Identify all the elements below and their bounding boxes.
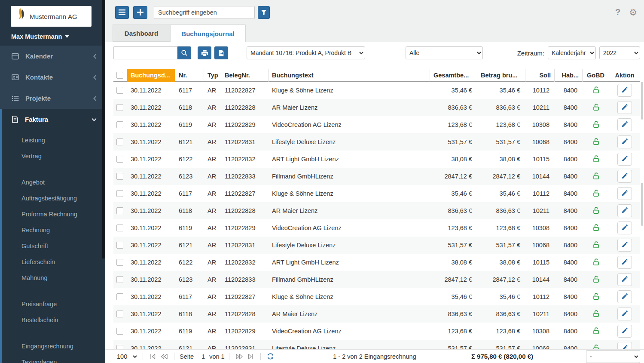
- sidebar-item-kontakte[interactable]: Kontakte: [0, 67, 105, 88]
- sidebar-subitem[interactable]: Lieferschein: [2, 254, 105, 270]
- edit-button[interactable]: [617, 153, 632, 166]
- unlocked-icon[interactable]: [593, 258, 599, 266]
- unlocked-icon[interactable]: [593, 138, 599, 145]
- unlocked-icon[interactable]: [593, 189, 599, 197]
- unlocked-icon[interactable]: [593, 224, 599, 231]
- unlocked-icon[interactable]: [593, 120, 599, 128]
- select-all-checkbox[interactable]: [116, 72, 123, 79]
- print-button[interactable]: [198, 46, 211, 59]
- row-checkbox[interactable]: [116, 207, 123, 214]
- column-header-belegnr[interactable]: BelegNr.: [221, 69, 269, 82]
- edit-button[interactable]: [617, 187, 632, 200]
- unlocked-icon[interactable]: [593, 275, 599, 283]
- table-search-input[interactable]: [113, 46, 177, 59]
- sidebar-item-faktura[interactable]: Faktura: [2, 109, 105, 130]
- row-checkbox[interactable]: [116, 190, 123, 197]
- sidebar-subitem[interactable]: Proforma Rechnung: [2, 206, 105, 222]
- add-button[interactable]: [133, 6, 147, 19]
- row-checkbox[interactable]: [116, 345, 123, 349]
- edit-button[interactable]: [617, 204, 632, 217]
- unlocked-icon[interactable]: [593, 172, 599, 180]
- zeitraum-type-select[interactable]: Kalenderjahr: [548, 46, 596, 59]
- sidebar-subitem[interactable]: Preisanfrage: [2, 296, 105, 312]
- row-checkbox[interactable]: [116, 293, 123, 300]
- sidebar-item-projekte[interactable]: Projekte: [0, 88, 105, 109]
- help-icon[interactable]: ?: [615, 7, 620, 17]
- row-checkbox[interactable]: [116, 156, 123, 163]
- row-checkbox[interactable]: [116, 311, 123, 317]
- row-checkbox[interactable]: [116, 138, 123, 145]
- sidebar-subitem[interactable]: Textvorlagen: [2, 354, 105, 363]
- edit-button[interactable]: [617, 135, 632, 148]
- sidebar-subitem[interactable]: Gutschrift: [2, 238, 105, 254]
- row-checkbox[interactable]: [116, 121, 123, 128]
- unlocked-icon[interactable]: [593, 206, 599, 214]
- current-page[interactable]: 1: [201, 353, 205, 360]
- sidebar-scrollbar[interactable]: [102, 0, 105, 258]
- sidebar-subitem[interactable]: Angebot: [2, 175, 105, 191]
- tab-dashboard[interactable]: Dashboard: [113, 25, 170, 42]
- unlocked-icon[interactable]: [593, 103, 599, 111]
- menu-button[interactable]: [115, 6, 129, 19]
- column-header-gesamtbetrag[interactable]: Gesamtbe...: [430, 69, 477, 82]
- filter-button[interactable]: [258, 6, 270, 19]
- export-button[interactable]: [214, 46, 228, 59]
- edit-button[interactable]: [617, 290, 632, 303]
- unlocked-icon[interactable]: [593, 292, 599, 300]
- row-checkbox[interactable]: [116, 242, 123, 249]
- sidebar-subitem[interactable]: Mahnung: [2, 270, 105, 286]
- gear-icon[interactable]: ⚙: [629, 8, 637, 17]
- row-checkbox[interactable]: [116, 276, 123, 283]
- column-header-typ[interactable]: Typ: [204, 69, 221, 82]
- sidebar-subitem[interactable]: Rechnung: [2, 222, 105, 238]
- edit-button[interactable]: [617, 170, 632, 183]
- unlocked-icon[interactable]: [593, 155, 599, 163]
- unlocked-icon[interactable]: [593, 327, 599, 335]
- row-checkbox[interactable]: [116, 87, 123, 94]
- first-page-button[interactable]: [147, 352, 159, 361]
- row-checkbox[interactable]: [116, 104, 123, 111]
- edit-button[interactable]: [617, 118, 632, 131]
- row-checkbox[interactable]: [116, 173, 123, 180]
- column-header-nr[interactable]: Nr.: [175, 69, 204, 82]
- scrollbar-thumb[interactable]: [641, 183, 643, 226]
- column-header-soll[interactable]: Soll: [525, 69, 555, 82]
- row-checkbox[interactable]: [116, 259, 123, 266]
- extra-action-select[interactable]: -: [586, 350, 640, 363]
- sidebar-item-kalender[interactable]: Kalender: [0, 46, 105, 67]
- user-menu[interactable]: Max Mustermann: [0, 27, 105, 46]
- scrollbar-thumb[interactable]: [641, 82, 643, 120]
- edit-button[interactable]: [617, 239, 632, 252]
- page-size-select[interactable]: 100: [113, 350, 138, 363]
- edit-button[interactable]: [617, 84, 632, 97]
- global-search-input[interactable]: [154, 6, 255, 19]
- unlocked-icon[interactable]: [593, 310, 599, 317]
- sidebar-subitem[interactable]: Auftragsbestätigung: [2, 191, 105, 206]
- unlocked-icon[interactable]: [593, 344, 599, 350]
- column-header-aktion[interactable]: Aktion: [609, 69, 640, 82]
- edit-button[interactable]: [617, 221, 632, 234]
- prev-page-button[interactable]: [159, 352, 170, 361]
- sidebar-subitem[interactable]: Bestellschein: [2, 312, 105, 328]
- zeitraum-year-select[interactable]: 2022: [599, 46, 640, 59]
- column-header-buchungstext[interactable]: Buchungstext: [269, 69, 430, 82]
- row-checkbox[interactable]: [116, 328, 123, 335]
- column-header-haben[interactable]: Hab...: [555, 69, 583, 82]
- refresh-button[interactable]: [265, 352, 276, 361]
- edit-button[interactable]: [617, 273, 632, 286]
- search-button[interactable]: [177, 46, 191, 59]
- edit-button[interactable]: [617, 101, 632, 114]
- sidebar-subitem[interactable]: Leistung: [2, 132, 105, 148]
- column-header-betrag-brutto[interactable]: Betrag bru...: [477, 69, 525, 82]
- column-header-buchungsdatum[interactable]: Buchungsd...: [127, 69, 175, 82]
- status-filter-select[interactable]: Alle: [406, 46, 483, 59]
- column-header-gobd[interactable]: GoBD: [583, 69, 609, 82]
- sidebar-subitem[interactable]: Vertrag: [2, 148, 105, 164]
- next-page-button[interactable]: [234, 352, 245, 361]
- unlocked-icon[interactable]: [593, 241, 599, 249]
- edit-button[interactable]: [617, 256, 632, 269]
- sidebar-subitem[interactable]: Eingangsrechnung: [2, 338, 105, 354]
- tab-buchungsjournal[interactable]: Buchungsjournal: [170, 25, 246, 42]
- row-checkbox[interactable]: [116, 225, 123, 231]
- mandant-select[interactable]: Mandant 10716: Produkt A, Produkt B: [247, 46, 365, 59]
